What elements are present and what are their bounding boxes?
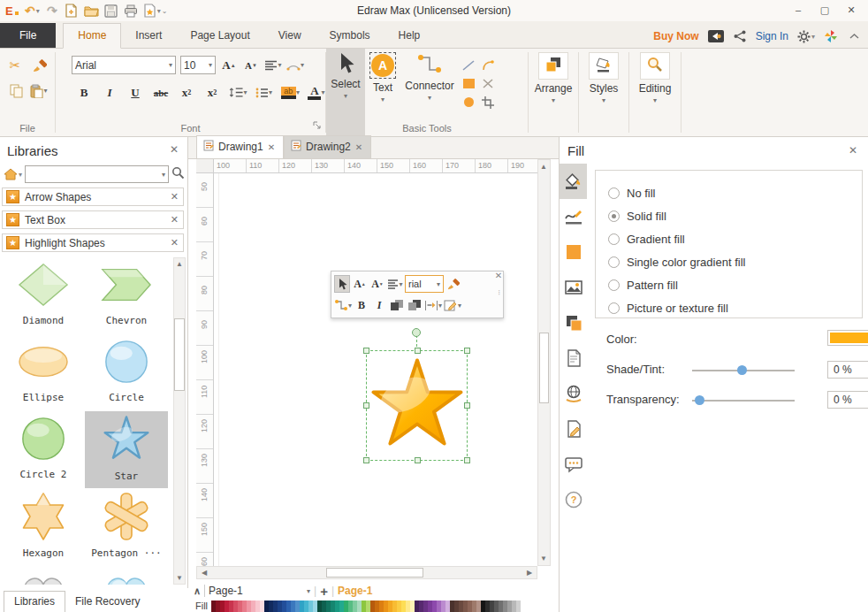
ribbon-tab-help[interactable]: Help	[385, 24, 435, 48]
transparency-slider-thumb[interactable]	[695, 395, 704, 405]
text-highlight-icon[interactable]: ab▾	[281, 83, 300, 102]
library-section-arrow-shapes[interactable]: ★Arrow Shapes✕	[2, 187, 184, 206]
sign-in-link[interactable]: Sign In	[756, 30, 788, 42]
help-icon[interactable]: ?	[560, 482, 587, 517]
canvas-hscrollbar[interactable]: ◀ ▶	[196, 566, 537, 579]
shape-item-hexagram[interactable]: Hexagon	[2, 488, 85, 565]
mini-connector-icon[interactable]: ▾	[334, 296, 352, 314]
shade-spinner[interactable]: 0 %▲▼	[827, 361, 868, 379]
draw-line-icon[interactable]	[460, 56, 477, 74]
fill-option-gradient-fill[interactable]: Gradient fill	[608, 227, 862, 250]
shape-item-circle2[interactable]: Circle 2	[2, 411, 85, 488]
shape-item-diamond[interactable]: Diamond	[2, 257, 85, 334]
mini-italic-icon[interactable]: I	[371, 296, 387, 314]
fill-bucket-icon[interactable]	[560, 164, 587, 199]
document-tab-close-icon[interactable]: ✕	[355, 142, 362, 152]
subscript-icon[interactable]: x2	[178, 83, 195, 102]
document-tab-close-icon[interactable]: ✕	[268, 142, 275, 152]
export-icon[interactable]: ▾⌄	[143, 3, 168, 19]
document-tab-drawing2[interactable]: Drawing2✕	[284, 135, 371, 158]
text-arc-icon[interactable]: ▾	[286, 56, 304, 74]
fill-option-solid-fill[interactable]: Solid fill	[608, 204, 862, 227]
hyperlink-icon[interactable]	[560, 376, 587, 411]
fill-color-picker[interactable]	[827, 330, 868, 346]
line-spacing-icon[interactable]: ▾	[229, 83, 247, 102]
ribbon-tab-home[interactable]: Home	[63, 23, 121, 49]
cut-icon[interactable]: ✂	[6, 56, 24, 74]
library-section-close-icon[interactable]: ✕	[171, 191, 179, 203]
collapse-ribbon-icon[interactable]	[847, 28, 861, 44]
font-dialog-launcher-icon[interactable]	[313, 120, 322, 133]
radio-button[interactable]	[608, 279, 620, 291]
text-align-icon[interactable]: ▾	[264, 56, 282, 74]
library-section-text-box[interactable]: ★Text Box✕	[2, 210, 184, 229]
drawing-canvas[interactable]: A▲ A▼ ▾ rial▾ ▾ B I ▾ ▾ ✕ ⁝	[214, 173, 537, 566]
fill-option-no-fill[interactable]: No fill	[608, 181, 862, 204]
mini-toolbar-drag-handle[interactable]: ⁝	[498, 287, 501, 296]
library-scrollbar[interactable]: ▲ ▼	[173, 257, 186, 585]
handle-e[interactable]	[464, 402, 470, 409]
strikethrough-icon[interactable]: abc	[152, 83, 170, 102]
libraries-close-icon[interactable]: ✕	[170, 143, 179, 156]
hscroll-right-icon[interactable]: ▶	[523, 567, 536, 578]
handle-s[interactable]	[415, 457, 421, 463]
save-icon[interactable]	[104, 3, 118, 19]
note-icon[interactable]	[560, 411, 587, 447]
font-family-combo[interactable]: Arial▾	[72, 56, 176, 74]
mini-format-painter-icon[interactable]	[445, 275, 461, 293]
document-tab-drawing1[interactable]: Drawing1✕	[196, 135, 284, 158]
fill-panel-close-icon[interactable]: ✕	[849, 144, 857, 157]
shape-item-heart_gray[interactable]	[2, 565, 85, 585]
picture-icon[interactable]	[560, 270, 587, 305]
draw-ellipse-icon[interactable]	[460, 93, 477, 111]
fill-option-pattern-fill[interactable]: Pattern fill	[608, 273, 862, 296]
shadow-icon[interactable]	[560, 305, 587, 340]
shape-item-ellipse[interactable]: Ellipse	[2, 334, 85, 411]
shape-item-star[interactable]: Star	[85, 411, 168, 488]
canvas-vscrollbar[interactable]: ▲ ▼	[537, 159, 551, 566]
library-section-close-icon[interactable]: ✕	[171, 237, 179, 249]
handle-ne[interactable]	[464, 348, 470, 354]
increase-font-icon[interactable]: A▲	[220, 56, 238, 74]
crop-icon[interactable]	[479, 93, 497, 111]
superscript-icon[interactable]: x2	[203, 83, 221, 102]
draw-cross-icon[interactable]	[479, 74, 497, 93]
library-search-icon[interactable]	[171, 166, 185, 182]
shade-slider[interactable]	[692, 370, 795, 371]
fill-option-single-color-gradient-fill[interactable]: Single color gradient fill	[608, 250, 862, 273]
mini-toolbar-close-icon[interactable]: ✕	[492, 270, 505, 282]
radio-button[interactable]	[608, 210, 620, 222]
quick-color-icon[interactable]	[560, 234, 587, 270]
mini-distribute-icon[interactable]: ▾	[424, 296, 442, 314]
add-page-button[interactable]: +	[320, 584, 328, 599]
copy-icon[interactable]	[7, 81, 25, 100]
scroll-down-icon[interactable]: ▼	[174, 572, 185, 584]
scroll-up-icon[interactable]: ▲	[174, 258, 185, 270]
line-style-icon[interactable]	[560, 199, 587, 234]
mini-font-combo[interactable]: rial▾	[405, 275, 444, 293]
shade-slider-thumb[interactable]	[737, 365, 747, 375]
decrease-font-icon[interactable]: A▼	[242, 56, 260, 74]
vscroll-up-icon[interactable]: ▲	[538, 161, 549, 172]
mini-increase-font-icon[interactable]: A▲	[352, 275, 368, 293]
underline-icon[interactable]: U	[126, 83, 144, 102]
vscroll-down-icon[interactable]: ▼	[538, 553, 549, 564]
share-icon[interactable]	[733, 28, 747, 44]
bullet-list-icon[interactable]: ▾	[255, 83, 273, 102]
bold-icon[interactable]: B	[75, 83, 93, 102]
library-section-highlight-shapes[interactable]: ★Highlight Shapes✕	[2, 233, 184, 252]
ribbon-tab-insert[interactable]: Insert	[121, 24, 176, 48]
new-file-icon[interactable]	[65, 3, 79, 19]
mini-bring-forward-icon[interactable]	[389, 296, 405, 314]
shape-item-asterisk[interactable]: Pentagon ···	[85, 488, 168, 565]
radio-button[interactable]	[608, 233, 620, 245]
pagebar-collapse-icon[interactable]: ∧	[194, 585, 201, 597]
paste-icon[interactable]: ▾	[30, 81, 48, 100]
transparency-slider[interactable]	[692, 400, 795, 402]
handle-w[interactable]	[363, 402, 369, 409]
library-section-close-icon[interactable]: ✕	[171, 214, 179, 226]
italic-icon[interactable]: I	[101, 83, 118, 102]
mini-bold-icon[interactable]: B	[354, 296, 369, 314]
hscroll-thumb[interactable]	[326, 568, 423, 578]
library-search-input[interactable]	[26, 167, 162, 181]
